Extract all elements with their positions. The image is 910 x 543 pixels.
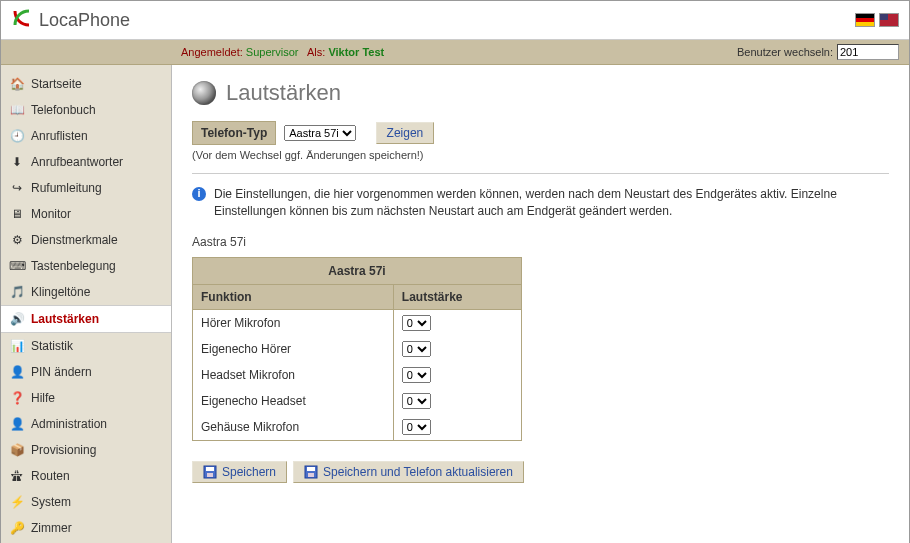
- function-cell: Headset Mikrofon: [193, 362, 394, 388]
- sidebar-item-system[interactable]: ⚡System: [1, 489, 171, 515]
- sidebar-item-routen[interactable]: 🛣Routen: [1, 463, 171, 489]
- flag-us-icon[interactable]: [879, 13, 899, 27]
- function-cell: Gehäuse Mikrofon: [193, 414, 394, 441]
- volume-cell: 0: [393, 309, 521, 336]
- as-label: Als:: [307, 46, 325, 58]
- sidebar-item-tastenbelegung[interactable]: ⌨Tastenbelegung: [1, 253, 171, 279]
- function-cell: Eigenecho Headset: [193, 388, 394, 414]
- divider: [192, 173, 889, 174]
- sidebar-item-rufumleitung[interactable]: ↪Rufumleitung: [1, 175, 171, 201]
- logged-in-user: Supervisor: [246, 46, 299, 58]
- table-row: Eigenecho Headset0: [193, 388, 522, 414]
- sidebar-item-klingelt-ne[interactable]: 🎵Klingeltöne: [1, 279, 171, 305]
- sidebar-item-statistik[interactable]: 📊Statistik: [1, 333, 171, 359]
- logo-icon: [11, 7, 33, 34]
- phone-type-select[interactable]: Aastra 57i: [284, 125, 356, 141]
- change-hint: (Vor dem Wechsel ggf. Änderungen speiche…: [192, 149, 889, 161]
- sidebar-item-label: Routen: [31, 469, 70, 483]
- sidebar-item-monitor[interactable]: 🖥Monitor: [1, 201, 171, 227]
- phone-type-row: Telefon-Typ Aastra 57i Zeigen: [192, 121, 889, 145]
- switch-user-input[interactable]: [837, 44, 899, 60]
- sidebar-icon: ⚙: [9, 232, 25, 248]
- sidebar-icon: 🔑: [9, 520, 25, 536]
- volume-select[interactable]: 0: [402, 341, 431, 357]
- volume-select[interactable]: 0: [402, 419, 431, 435]
- volume-select[interactable]: 0: [402, 393, 431, 409]
- table-row: Eigenecho Hörer0: [193, 336, 522, 362]
- sidebar-icon: 👤: [9, 416, 25, 432]
- sidebar-item-label: Hilfe: [31, 391, 55, 405]
- sidebar-item-label: Tastenbelegung: [31, 259, 116, 273]
- sidebar-icon: ↪: [9, 180, 25, 196]
- sub-header: Angemeldet: Supervisor Als: Viktor Test …: [1, 40, 909, 65]
- sidebar-item-label: Zimmer: [31, 521, 72, 535]
- sidebar-item-label: Startseite: [31, 77, 82, 91]
- user-switch: Benutzer wechseln:: [737, 44, 899, 60]
- sidebar-item-telefonbuch[interactable]: 📖Telefonbuch: [1, 97, 171, 123]
- sidebar-item-pin-ndern[interactable]: 👤PIN ändern: [1, 359, 171, 385]
- sidebar-item-lautst-rken[interactable]: 🔊Lautstärken: [1, 305, 171, 333]
- svg-rect-5: [308, 473, 314, 477]
- sidebar-item-label: Provisioning: [31, 443, 96, 457]
- sidebar-item-zimmer[interactable]: 🔑Zimmer: [1, 515, 171, 541]
- sidebar-icon: ❓: [9, 390, 25, 406]
- table-row: Headset Mikrofon0: [193, 362, 522, 388]
- sidebar-item-label: Anruflisten: [31, 129, 88, 143]
- brand: LocaPhone: [11, 7, 130, 34]
- info-box: i Die Einstellungen, die hier vorgenomme…: [192, 186, 889, 220]
- table-row: Hörer Mikrofon0: [193, 309, 522, 336]
- sidebar-icon: 👤: [9, 364, 25, 380]
- sidebar-item-label: PIN ändern: [31, 365, 92, 379]
- sidebar-item-label: Administration: [31, 417, 107, 431]
- save-update-button[interactable]: Speichern und Telefon aktualisieren: [293, 461, 524, 483]
- sidebar-icon: 🛣: [9, 468, 25, 484]
- volume-cell: 0: [393, 414, 521, 441]
- info-text: Die Einstellungen, die hier vorgenommen …: [214, 186, 889, 220]
- action-buttons: Speichern Speichern und Telefon aktualis…: [192, 461, 889, 483]
- language-flags: [855, 13, 899, 27]
- device-section-label: Aastra 57i: [192, 235, 889, 249]
- volume-select[interactable]: 0: [402, 367, 431, 383]
- sidebar-item-anruflisten[interactable]: 🕘Anruflisten: [1, 123, 171, 149]
- volume-cell: 0: [393, 336, 521, 362]
- sidebar-item-label: Anrufbeantworter: [31, 155, 123, 169]
- sidebar-item-startseite[interactable]: 🏠Startseite: [1, 71, 171, 97]
- sidebar-item-label: Monitor: [31, 207, 71, 221]
- col-function: Funktion: [193, 284, 394, 309]
- sidebar-icon: 🔊: [9, 311, 25, 327]
- function-cell: Eigenecho Hörer: [193, 336, 394, 362]
- function-cell: Hörer Mikrofon: [193, 309, 394, 336]
- logged-in-label: Angemeldet:: [181, 46, 243, 58]
- page-head: Lautstärken: [192, 80, 889, 106]
- sidebar-item-label: Statistik: [31, 339, 73, 353]
- sidebar-icon: 📦: [9, 442, 25, 458]
- sidebar-item-label: Dienstmerkmale: [31, 233, 118, 247]
- sidebar-icon: 🏠: [9, 76, 25, 92]
- sidebar-icon: ⌨: [9, 258, 25, 274]
- sidebar-item-hilfe[interactable]: ❓Hilfe: [1, 385, 171, 411]
- flag-de-icon[interactable]: [855, 13, 875, 27]
- save-icon: [304, 465, 318, 479]
- sidebar-icon: 📊: [9, 338, 25, 354]
- save-button[interactable]: Speichern: [192, 461, 287, 483]
- volume-cell: 0: [393, 388, 521, 414]
- info-icon: i: [192, 187, 206, 201]
- volume-icon: [192, 81, 216, 105]
- topbar: LocaPhone: [1, 1, 909, 40]
- sidebar-item-label: Telefonbuch: [31, 103, 96, 117]
- svg-rect-1: [206, 467, 214, 471]
- show-button[interactable]: Zeigen: [376, 122, 435, 144]
- sidebar-item-administration[interactable]: 👤Administration: [1, 411, 171, 437]
- sidebar-item-label: Klingeltöne: [31, 285, 90, 299]
- sidebar-item-dienstmerkmale[interactable]: ⚙Dienstmerkmale: [1, 227, 171, 253]
- login-status: Angemeldet: Supervisor Als: Viktor Test: [181, 46, 384, 58]
- sidebar-icon: 🖥: [9, 206, 25, 222]
- sidebar-icon: 📖: [9, 102, 25, 118]
- sidebar-item-anrufbeantworter[interactable]: ⬇Anrufbeantworter: [1, 149, 171, 175]
- phone-type-label: Telefon-Typ: [192, 121, 276, 145]
- volume-select[interactable]: 0: [402, 315, 431, 331]
- sidebar-item-provisioning[interactable]: 📦Provisioning: [1, 437, 171, 463]
- sidebar-item-label: Rufumleitung: [31, 181, 102, 195]
- save-icon: [203, 465, 217, 479]
- volume-table: Aastra 57i Funktion Lautstärke Hörer Mik…: [192, 257, 522, 441]
